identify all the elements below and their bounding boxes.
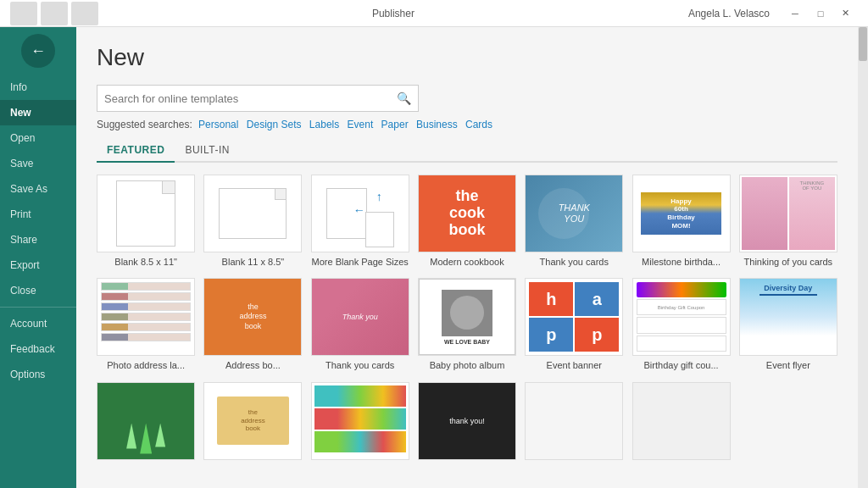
scroll-thumb[interactable] xyxy=(859,27,867,61)
template-thumb-banner[interactable]: h a p p xyxy=(525,278,623,356)
template-thumb-row3-3[interactable] xyxy=(311,382,409,460)
suggested-personal[interactable]: Personal xyxy=(198,119,238,130)
template-thumb-blank-landscape[interactable] xyxy=(203,175,302,252)
thinking-left xyxy=(742,177,787,250)
template-photo-addr[interactable]: Photo address la... xyxy=(97,278,195,371)
row3-1-tree2 xyxy=(140,424,152,454)
addr-book-bg: theaddressbook xyxy=(204,279,301,355)
template-thumb-baby[interactable]: WE LOVE BABY xyxy=(418,278,516,356)
titlebar-right: Angela L. Velasco ─ □ ✕ xyxy=(688,4,858,23)
back-icon: ← xyxy=(31,42,46,60)
scrollbar[interactable] xyxy=(858,27,868,488)
sidebar-item-print[interactable]: Print xyxy=(0,202,76,227)
templates-row-2: Photo address la... theaddressbook Addre… xyxy=(97,278,837,371)
maximize-button[interactable]: □ xyxy=(809,4,832,23)
sidebar-item-info[interactable]: Info xyxy=(0,75,76,100)
template-row3-3[interactable] xyxy=(311,382,409,463)
ribbon-btn-2[interactable] xyxy=(41,2,68,25)
suggested-cards[interactable]: Cards xyxy=(465,119,492,130)
pa-stripe-3 xyxy=(101,302,191,311)
template-thumb-row3-2[interactable]: theaddressbook xyxy=(203,382,302,460)
thankyou-bg: THANKYOU xyxy=(526,175,622,252)
gift-stripe-3 xyxy=(637,317,726,334)
template-blank-portrait[interactable]: Blank 8.5 x 11" xyxy=(97,175,195,268)
more-sizes-icon: ← ↑ xyxy=(326,180,394,247)
template-label: Modern cookbook xyxy=(430,256,504,268)
template-thumb-addr-book[interactable]: theaddressbook xyxy=(203,278,302,356)
gift-stripe-2: Birthday Gift Coupon xyxy=(637,299,726,316)
blank-portrait-icon xyxy=(116,180,175,247)
suggested-searches: Suggested searches: Personal Design Sets… xyxy=(97,119,837,130)
cookbook-icon: thecookbook xyxy=(419,175,515,252)
suggested-event[interactable]: Event xyxy=(348,119,374,130)
thankyou2-bg: Thank you xyxy=(312,279,409,355)
template-thumb-thankyou2[interactable]: Thank you xyxy=(311,278,409,356)
tab-built-in[interactable]: BUILT-IN xyxy=(175,141,239,161)
search-input[interactable] xyxy=(104,92,397,105)
template-thumb-milestone-birthday[interactable]: Happy60thBirthdayMOM! xyxy=(632,175,731,252)
sidebar-item-export[interactable]: Export xyxy=(0,252,76,278)
content-area: New 🔍 Suggested searches: Personal Desig… xyxy=(76,27,858,488)
sidebar-item-options[interactable]: Options xyxy=(0,362,76,387)
template-label: Address bo... xyxy=(225,359,281,371)
search-bar[interactable]: 🔍 xyxy=(97,85,419,112)
template-birthday-gift[interactable]: Birthday Gift Coupon Birthday gift cou..… xyxy=(632,278,730,371)
app-title: Publisher xyxy=(372,8,415,19)
template-thumb-photo-addr[interactable] xyxy=(97,278,195,356)
suggested-business[interactable]: Business xyxy=(416,119,458,130)
row3-2-text: theaddressbook xyxy=(241,408,264,433)
suggested-labels[interactable]: Labels xyxy=(309,119,339,130)
template-thumb-more-sizes[interactable]: ← ↑ xyxy=(311,175,409,252)
template-banner[interactable]: h a p p Event banner xyxy=(525,278,623,371)
birthday-gift-bg: Birthday Gift Coupon xyxy=(633,279,730,355)
template-label: More Blank Page Sizes xyxy=(312,256,409,268)
sidebar-item-close[interactable]: Close xyxy=(0,278,76,303)
baby-face xyxy=(450,296,484,330)
sidebar-item-feedback[interactable]: Feedback xyxy=(0,336,76,362)
gift-stripe-4 xyxy=(637,336,726,352)
template-row3-5[interactable] xyxy=(525,382,623,463)
minimize-button[interactable]: ─ xyxy=(783,4,807,23)
suggested-paper[interactable]: Paper xyxy=(381,119,409,130)
template-addr-book[interactable]: theaddressbook Address bo... xyxy=(203,278,302,371)
template-more-sizes[interactable]: ← ↑ More Blank Page Sizes xyxy=(311,175,409,268)
template-thankyou2[interactable]: Thank you Thank you cards xyxy=(311,278,409,371)
template-row3-6[interactable] xyxy=(632,382,730,463)
template-cookbook[interactable]: thecookbook Modern cookbook xyxy=(418,175,516,268)
template-thankyou[interactable]: THANKYOU Thank you cards xyxy=(525,175,623,268)
template-row3-1[interactable] xyxy=(97,382,195,463)
template-baby[interactable]: WE LOVE BABY Baby photo album xyxy=(418,278,516,371)
row3-6-bg xyxy=(633,383,730,459)
template-thumb-row3-5[interactable] xyxy=(525,382,623,460)
ribbon-btn-1[interactable] xyxy=(10,2,37,25)
sidebar-item-share[interactable]: Share xyxy=(0,227,76,252)
template-blank-landscape[interactable]: Blank 11 x 8.5" xyxy=(203,175,302,268)
template-thumb-row3-6[interactable] xyxy=(632,382,731,460)
template-thinking[interactable]: THINKINGOF YOU Thinking of you cards xyxy=(739,175,837,268)
tab-featured[interactable]: FEATURED xyxy=(97,141,175,163)
template-thumb-row3-1[interactable] xyxy=(97,382,195,460)
sidebar-item-account[interactable]: Account xyxy=(0,311,76,336)
ribbon-btn-3[interactable] xyxy=(71,2,98,25)
template-thumb-thinking[interactable]: THINKINGOF YOU xyxy=(739,175,837,252)
template-milestone-birthday[interactable]: Happy60thBirthdayMOM! Milestone birthda.… xyxy=(632,175,730,268)
template-thumb-blank-portrait[interactable] xyxy=(97,175,195,252)
template-thumb-event-flyer[interactable]: Diversity Day xyxy=(739,278,837,356)
sidebar-item-new[interactable]: New xyxy=(0,100,76,125)
suggested-design-sets[interactable]: Design Sets xyxy=(247,119,302,130)
template-thumb-cookbook[interactable]: thecookbook xyxy=(418,175,516,252)
baby-photo xyxy=(442,290,492,336)
template-row3-2[interactable]: theaddressbook xyxy=(203,382,302,463)
template-row3-4[interactable]: thank you! xyxy=(418,382,516,463)
sidebar-item-save[interactable]: Save xyxy=(0,151,76,176)
window-controls: ─ □ ✕ xyxy=(783,4,858,23)
template-thumb-birthday-gift[interactable]: Birthday Gift Coupon xyxy=(632,278,731,356)
template-event-flyer[interactable]: Diversity Day Event flyer xyxy=(739,278,837,371)
close-button[interactable]: ✕ xyxy=(834,4,858,23)
sidebar-item-save-as[interactable]: Save As xyxy=(0,176,76,202)
template-thumb-row3-4[interactable]: thank you! xyxy=(418,382,516,460)
back-button[interactable]: ← xyxy=(21,34,55,68)
sidebar-item-open[interactable]: Open xyxy=(0,125,76,151)
template-thumb-thankyou[interactable]: THANKYOU xyxy=(525,175,623,252)
banner-a: a xyxy=(575,282,619,316)
